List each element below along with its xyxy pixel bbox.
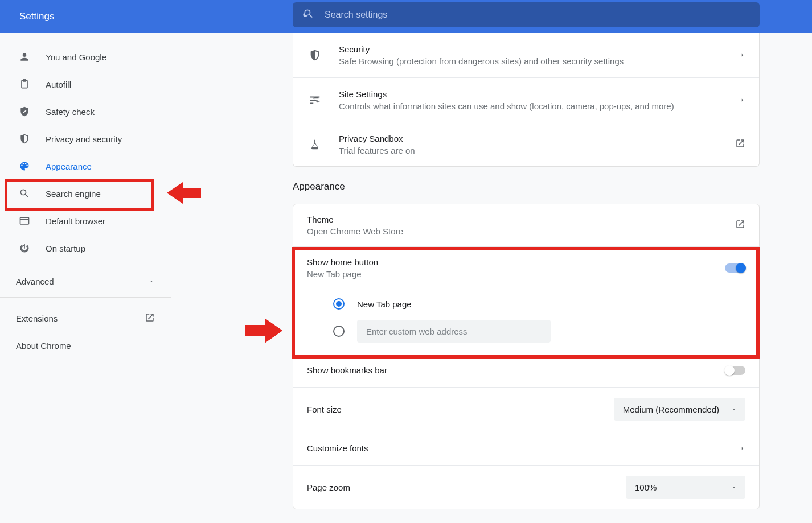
sidebar-advanced-toggle[interactable]: Advanced [0,267,171,295]
sidebar-item-label: Privacy and security [46,134,122,144]
chevron-down-icon [731,484,737,491]
sidebar-advanced-label: Advanced [16,277,54,286]
search-icon [303,8,314,22]
chevron-down-icon [731,406,737,413]
chevron-right-icon [740,443,745,454]
row-title: Page zoom [307,483,626,492]
sidebar-item-label: Appearance [46,162,92,171]
row-privacy-sandbox[interactable]: Privacy Sandbox Trial features are on [293,122,759,166]
row-customize-fonts[interactable]: Customize fonts [293,431,759,465]
row-title: Site Settings [339,89,724,99]
sidebar: You and Google Autofill Safety check Pri… [0,33,171,523]
sidebar-link-label: About Chrome [16,341,71,351]
select-font-size[interactable]: Medium (Recommended) [614,398,745,421]
toggle-show-home-button[interactable] [725,263,745,273]
search-icon [18,188,31,199]
sidebar-item-appearance[interactable]: Appearance [0,153,171,180]
sidebar-item-label: Search engine [46,189,101,199]
chevron-right-icon [740,50,745,60]
row-title: Show home button [307,257,725,267]
chevron-down-icon [148,277,155,286]
sidebar-divider [0,297,171,298]
row-theme[interactable]: Theme Open Chrome Web Store [293,204,759,246]
row-show-home-button: Show home button New Tab page New Tab pa… [293,246,759,353]
main-content: Security Safe Browsing (protection from … [171,33,812,523]
tune-icon [307,94,323,106]
shield-icon [18,133,31,145]
section-heading-appearance: Appearance [293,181,345,192]
search-settings-container[interactable] [293,2,760,27]
radio-new-tab-page[interactable] [333,298,345,310]
row-title: Theme [307,215,735,224]
open-external-icon [145,312,155,324]
row-subtitle: Trial features are on [339,146,719,155]
sidebar-item-you-and-google[interactable]: You and Google [0,43,171,71]
sidebar-item-autofill[interactable]: Autofill [0,71,171,98]
security-icon [307,49,323,61]
select-value: 100% [635,483,719,492]
row-title: Font size [307,405,614,414]
power-icon [18,242,31,254]
row-subtitle: Safe Browsing (protection from dangerous… [339,56,724,66]
search-input[interactable] [325,10,749,20]
clipboard-icon [18,79,31,90]
row-page-zoom: Page zoom 100% [293,465,759,509]
sidebar-item-label: On startup [46,244,85,253]
shield-check-icon [18,106,31,117]
privacy-card: Security Safe Browsing (protection from … [293,33,760,167]
open-external-icon [735,138,745,151]
row-title: Privacy Sandbox [339,134,719,143]
sidebar-item-default-browser[interactable]: Default browser [0,207,171,234]
appearance-card: Theme Open Chrome Web Store Show home bu… [293,204,760,509]
row-title: Security [339,44,724,54]
sidebar-item-label: Autofill [46,80,71,89]
chevron-right-icon [740,95,745,105]
row-security[interactable]: Security Safe Browsing (protection from … [293,33,759,77]
select-page-zoom[interactable]: 100% [626,476,745,499]
row-subtitle: New Tab page [307,269,725,279]
sidebar-item-label: Safety check [46,107,95,117]
row-title: Show bookmarks bar [307,365,725,375]
toggle-show-bookmarks-bar[interactable] [725,366,745,375]
sidebar-link-about[interactable]: About Chrome [0,332,171,359]
open-external-icon [735,219,745,232]
row-site-settings[interactable]: Site Settings Controls what information … [293,77,759,122]
row-subtitle: Open Chrome Web Store [307,227,735,236]
row-font-size: Font size Medium (Recommended) [293,387,759,431]
sidebar-item-label: Default browser [46,216,105,226]
sidebar-item-search-engine[interactable]: Search engine [0,180,171,207]
sidebar-item-on-startup[interactable]: On startup [0,234,171,262]
flask-icon [307,138,323,151]
select-value: Medium (Recommended) [623,405,719,414]
input-custom-home-address[interactable] [357,320,551,343]
person-icon [18,51,31,63]
sidebar-item-safety-check[interactable]: Safety check [0,98,171,125]
row-subtitle: Controls what information sites can use … [339,101,724,111]
sidebar-item-privacy-security[interactable]: Privacy and security [0,125,171,153]
sidebar-link-label: Extensions [16,314,58,323]
row-show-bookmarks-bar: Show bookmarks bar [293,353,759,387]
sidebar-item-label: You and Google [46,52,106,62]
palette-icon [18,160,31,172]
radio-custom-address[interactable] [333,326,345,337]
app-title: Settings [19,11,54,22]
radio-label: New Tab page [357,299,412,309]
browser-icon [18,215,31,227]
row-title: Customize fonts [307,443,740,453]
sidebar-link-extensions[interactable]: Extensions [0,304,171,332]
